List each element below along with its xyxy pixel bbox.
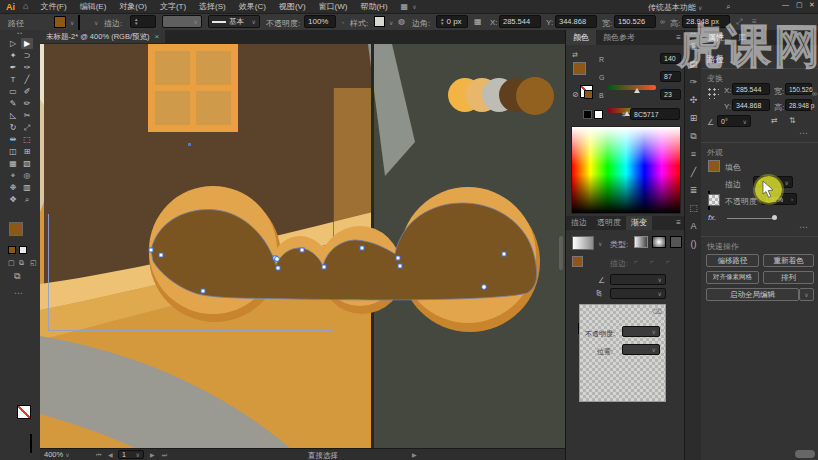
stroke-weight-stepper[interactable]: ▲▼ [130, 15, 156, 28]
symbols-panel-icon[interactable]: ✣ [690, 96, 698, 105]
tab-stroke[interactable]: 描边 [566, 216, 592, 230]
free-transform-tool[interactable]: ⬚ [21, 134, 33, 145]
stroke-panel-icon[interactable]: ╱ [691, 168, 696, 177]
channel-r-value[interactable]: 140 [660, 53, 681, 64]
status-expand-icon[interactable]: ▶ [412, 451, 417, 460]
mesh-tool[interactable]: ▦ [7, 158, 19, 169]
screen-mode-icon[interactable]: ⧉ [14, 272, 20, 281]
lasso-tool[interactable]: ⊃ [21, 50, 33, 61]
blend-tool[interactable]: ◎ [21, 170, 33, 181]
stroke-chevron-icon[interactable]: ∨ [94, 19, 98, 26]
menu-window[interactable]: 窗口(W) [319, 1, 348, 12]
prev-artboard-icon[interactable]: ◀ [108, 451, 113, 460]
gradient-fill-swatch[interactable] [572, 256, 583, 267]
tab-close-icon[interactable]: × [154, 32, 159, 41]
minimize-button[interactable]: — [782, 1, 789, 8]
hex-value-box[interactable]: 8C5717 [630, 108, 680, 120]
none-color-icon[interactable]: ⊘ [572, 90, 579, 99]
prop-link-icon[interactable]: ∞ [812, 90, 817, 97]
gradient-type-freeform[interactable] [670, 236, 682, 248]
palette-circle[interactable] [516, 77, 554, 115]
flip-horizontal-icon[interactable]: ⇄ [771, 116, 778, 125]
panel-menu-icon[interactable]: ≡ [676, 30, 681, 45]
brushes-panel-icon[interactable]: ✑ [690, 78, 698, 87]
appearance-fill-swatch[interactable] [708, 160, 720, 172]
width-profile-dropdown[interactable]: ∨ [162, 15, 202, 28]
gradient-thumb-chevron-icon[interactable]: ∨ [598, 240, 602, 247]
zoom-tool[interactable]: ⌕ [21, 194, 33, 205]
align-panel-icon[interactable]: ≡ [691, 150, 696, 159]
pencil-tool[interactable]: ✎ [7, 98, 19, 109]
width-value-box[interactable]: 150.526 [614, 15, 656, 28]
menu-edit[interactable]: 编辑(E) [80, 1, 107, 12]
gradient-thumbnail[interactable] [572, 236, 594, 250]
search-icon[interactable]: ⌕ [726, 2, 730, 11]
rotate-tool[interactable]: ↻ [7, 122, 19, 133]
channel-g-value[interactable]: 87 [660, 71, 681, 82]
width-tool[interactable]: ⇹ [7, 134, 19, 145]
scale-tool[interactable]: ⤢ [21, 122, 33, 133]
document-setup-icon[interactable]: ◍ [398, 17, 405, 26]
prop-y-box[interactable]: 344.868 [732, 99, 770, 111]
tab-color[interactable]: 颜色 [566, 30, 596, 45]
opacity-expand-icon[interactable]: › [342, 19, 344, 25]
draw-normal-icon[interactable]: ▢ [8, 258, 15, 267]
color-mode-color[interactable] [8, 246, 16, 254]
menu-view[interactable]: 视图(V) [279, 1, 306, 12]
style-swatch[interactable] [374, 16, 385, 27]
corner-value-box[interactable]: ▲▼0 px [436, 15, 468, 28]
paragraph-panel-icon[interactable]: () [691, 240, 697, 249]
transform-panel-icon[interactable]: ⊞ [690, 114, 698, 123]
style-chevron-icon[interactable]: ∨ [389, 19, 393, 26]
appearance-more-icon[interactable]: ⋯ [799, 222, 809, 232]
stroke-indicator-swatch[interactable] [17, 405, 31, 419]
swatches-panel-icon[interactable]: ▤ [689, 60, 698, 69]
tab-color-guide[interactable]: 颜色参考 [596, 30, 642, 45]
delete-stop-icon[interactable]: ⌫ [652, 307, 662, 316]
magic-wand-tool[interactable]: ✦ [7, 50, 19, 61]
color-spectrum[interactable] [571, 126, 681, 214]
next-artboard-icon[interactable]: ▶ [150, 451, 155, 460]
prop-x-box[interactable]: 285.544 [732, 83, 770, 95]
transform-more-icon[interactable]: ⋯ [799, 128, 809, 138]
menu-file[interactable]: 文件(F) [40, 1, 66, 12]
align-icon[interactable]: ≡ [752, 17, 757, 26]
y-value-box[interactable]: 344.868 [555, 15, 597, 28]
global-edit-button[interactable]: 启动全局编辑 [706, 288, 799, 301]
tab-gradient[interactable]: 渐变 [626, 216, 652, 230]
gradient-type-linear[interactable] [634, 236, 648, 248]
type-tool[interactable]: T [7, 74, 19, 85]
zoom-level-dropdown[interactable]: 400%∨ [44, 450, 70, 459]
menu-object[interactable]: 对象(O) [119, 1, 147, 12]
tab-transparency[interactable]: 透明度 [592, 216, 626, 230]
panel-menu-icon[interactable]: ≡ [676, 216, 681, 230]
last-artboard-icon[interactable]: ⏭ [162, 451, 167, 460]
gradient-angle-dropdown[interactable]: ∨ [610, 274, 666, 285]
mini-white-swatch[interactable] [594, 110, 603, 119]
prop-h-box[interactable]: 28.948 p [785, 99, 812, 111]
direct-selection-tool[interactable]: ▶ [21, 38, 33, 49]
perspective-grid-tool[interactable]: ⊞ [21, 146, 33, 157]
swap-fill-stroke-icon[interactable]: ⇄ [572, 50, 578, 59]
prop-w-box[interactable]: 150.526 [785, 83, 812, 95]
height-value-box[interactable]: 28.948 px [682, 15, 730, 28]
toolbar-grip[interactable]: •• [0, 30, 40, 36]
edit-toolbar-icon[interactable]: ⋯ [14, 288, 24, 298]
hand-tool[interactable]: ✥ [7, 194, 19, 205]
gradient-type-radial[interactable] [652, 236, 666, 248]
arrange-documents-icon[interactable]: ▦ ∨ [401, 2, 417, 12]
draw-inside-icon[interactable]: ◱ [30, 258, 37, 267]
artboards-panel-icon[interactable]: ⬚ [689, 204, 698, 213]
appearance-slider-handle[interactable] [772, 215, 777, 220]
close-button[interactable]: ✕ [809, 1, 815, 9]
document-tab[interactable]: 未标题-2* @ 400% (RGB/预览) × [40, 30, 165, 43]
color-mode-none[interactable] [30, 434, 32, 453]
character-panel-icon[interactable]: A [690, 222, 696, 231]
layers-panel-icon[interactable]: ≣ [690, 186, 698, 195]
global-edit-options-button[interactable]: ∨ [799, 288, 814, 301]
tab-libraries[interactable]: 库 [731, 30, 753, 45]
workspace-switcher[interactable]: 传统基本功能∨ [648, 2, 702, 13]
tab-properties[interactable]: 属性 [701, 30, 731, 45]
artboard-nav-dropdown[interactable]: 1∨ [118, 450, 144, 459]
brush-dropdown[interactable]: 基本∨ [208, 15, 260, 28]
